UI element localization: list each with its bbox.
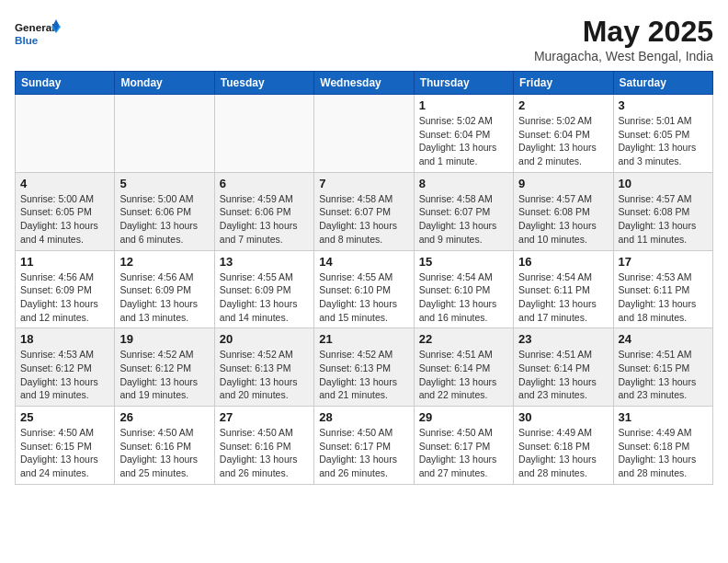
- calendar-cell: 19Sunrise: 4:52 AM Sunset: 6:12 PM Dayli…: [115, 328, 214, 407]
- day-info: Sunrise: 4:51 AM Sunset: 6:15 PM Dayligh…: [619, 348, 708, 402]
- day-info: Sunrise: 4:58 AM Sunset: 6:07 PM Dayligh…: [419, 192, 508, 247]
- day-info: Sunrise: 4:57 AM Sunset: 6:08 PM Dayligh…: [619, 192, 708, 247]
- day-info: Sunrise: 4:52 AM Sunset: 6:13 PM Dayligh…: [319, 348, 408, 402]
- day-info: Sunrise: 5:00 AM Sunset: 6:06 PM Dayligh…: [119, 192, 209, 247]
- calendar-cell: 7Sunrise: 4:58 AM Sunset: 6:07 PM Daylig…: [314, 172, 414, 250]
- calendar-cell: 16Sunrise: 4:54 AM Sunset: 6:11 PM Dayli…: [514, 250, 613, 328]
- day-number: 8: [419, 177, 508, 190]
- calendar-week-row: 25Sunrise: 4:50 AM Sunset: 6:15 PM Dayli…: [16, 407, 713, 485]
- calendar-cell: 24Sunrise: 4:51 AM Sunset: 6:15 PM Dayli…: [613, 328, 712, 407]
- day-info: Sunrise: 4:57 AM Sunset: 6:08 PM Dayligh…: [518, 192, 608, 247]
- day-number: 26: [119, 410, 209, 424]
- calendar-cell: 26Sunrise: 4:50 AM Sunset: 6:16 PM Dayli…: [115, 407, 214, 485]
- calendar-day-header: Tuesday: [214, 72, 313, 95]
- day-info: Sunrise: 4:50 AM Sunset: 6:16 PM Dayligh…: [220, 426, 309, 480]
- calendar-cell: 29Sunrise: 4:50 AM Sunset: 6:17 PM Dayli…: [414, 407, 513, 485]
- day-info: Sunrise: 4:55 AM Sunset: 6:10 PM Dayligh…: [319, 270, 408, 325]
- day-info: Sunrise: 4:50 AM Sunset: 6:16 PM Dayligh…: [119, 426, 209, 480]
- calendar-week-row: 11Sunrise: 4:56 AM Sunset: 6:09 PM Dayli…: [16, 250, 713, 328]
- day-info: Sunrise: 4:52 AM Sunset: 6:13 PM Dayligh…: [220, 348, 309, 402]
- calendar-cell: 6Sunrise: 4:59 AM Sunset: 6:06 PM Daylig…: [214, 172, 313, 250]
- title-block: May 2025 Muragacha, West Bengal, India: [534, 15, 713, 63]
- day-number: 20: [220, 332, 309, 346]
- day-number: 6: [220, 177, 309, 190]
- logo: General Blue: [15, 15, 61, 52]
- calendar-cell: 5Sunrise: 5:00 AM Sunset: 6:06 PM Daylig…: [115, 172, 214, 250]
- calendar-cell: 18Sunrise: 4:53 AM Sunset: 6:12 PM Dayli…: [16, 328, 115, 407]
- day-info: Sunrise: 5:02 AM Sunset: 6:04 PM Dayligh…: [518, 114, 608, 168]
- day-info: Sunrise: 4:56 AM Sunset: 6:09 PM Dayligh…: [20, 270, 109, 325]
- calendar-cell: 25Sunrise: 4:50 AM Sunset: 6:15 PM Dayli…: [16, 407, 115, 485]
- calendar-week-row: 1Sunrise: 5:02 AM Sunset: 6:04 PM Daylig…: [16, 95, 713, 173]
- day-number: 31: [619, 410, 708, 424]
- day-number: 29: [419, 410, 508, 424]
- day-number: 2: [518, 98, 608, 112]
- calendar-cell: 9Sunrise: 4:57 AM Sunset: 6:08 PM Daylig…: [514, 172, 613, 250]
- day-info: Sunrise: 4:53 AM Sunset: 6:11 PM Dayligh…: [619, 270, 708, 325]
- calendar-week-row: 4Sunrise: 5:00 AM Sunset: 6:05 PM Daylig…: [16, 172, 713, 250]
- day-number: 24: [619, 332, 708, 346]
- month-title: May 2025: [534, 15, 713, 49]
- day-number: 27: [220, 410, 309, 424]
- svg-text:General: General: [15, 21, 54, 33]
- calendar-cell: 30Sunrise: 4:49 AM Sunset: 6:18 PM Dayli…: [514, 407, 613, 485]
- calendar-cell: 14Sunrise: 4:55 AM Sunset: 6:10 PM Dayli…: [314, 250, 414, 328]
- day-info: Sunrise: 4:49 AM Sunset: 6:18 PM Dayligh…: [518, 426, 608, 480]
- calendar-cell: 15Sunrise: 4:54 AM Sunset: 6:10 PM Dayli…: [414, 250, 513, 328]
- day-info: Sunrise: 5:00 AM Sunset: 6:05 PM Dayligh…: [20, 192, 109, 247]
- day-info: Sunrise: 4:58 AM Sunset: 6:07 PM Dayligh…: [319, 192, 408, 247]
- day-number: 10: [619, 177, 708, 190]
- day-number: 3: [619, 98, 708, 112]
- calendar-cell: [314, 95, 414, 173]
- calendar-cell: 3Sunrise: 5:01 AM Sunset: 6:05 PM Daylig…: [613, 95, 712, 173]
- location: Muragacha, West Bengal, India: [534, 49, 713, 63]
- day-number: 7: [319, 177, 408, 190]
- day-info: Sunrise: 4:54 AM Sunset: 6:10 PM Dayligh…: [419, 270, 508, 325]
- day-info: Sunrise: 4:54 AM Sunset: 6:11 PM Dayligh…: [518, 270, 608, 325]
- calendar-day-header: Sunday: [16, 72, 115, 95]
- day-info: Sunrise: 4:51 AM Sunset: 6:14 PM Dayligh…: [419, 348, 508, 402]
- calendar-week-row: 18Sunrise: 4:53 AM Sunset: 6:12 PM Dayli…: [16, 328, 713, 407]
- calendar-day-header: Thursday: [414, 72, 513, 95]
- calendar-day-header: Monday: [115, 72, 214, 95]
- day-number: 18: [20, 332, 109, 346]
- calendar-cell: 21Sunrise: 4:52 AM Sunset: 6:13 PM Dayli…: [314, 328, 414, 407]
- day-info: Sunrise: 4:49 AM Sunset: 6:18 PM Dayligh…: [619, 426, 708, 480]
- calendar-cell: 10Sunrise: 4:57 AM Sunset: 6:08 PM Dayli…: [613, 172, 712, 250]
- calendar-day-header: Saturday: [613, 72, 712, 95]
- day-number: 23: [518, 332, 608, 346]
- calendar-cell: 20Sunrise: 4:52 AM Sunset: 6:13 PM Dayli…: [214, 328, 313, 407]
- calendar-cell: 2Sunrise: 5:02 AM Sunset: 6:04 PM Daylig…: [514, 95, 613, 173]
- calendar-header-row: SundayMondayTuesdayWednesdayThursdayFrid…: [16, 72, 713, 95]
- calendar-cell: 4Sunrise: 5:00 AM Sunset: 6:05 PM Daylig…: [16, 172, 115, 250]
- day-number: 19: [119, 332, 209, 346]
- day-info: Sunrise: 4:51 AM Sunset: 6:14 PM Dayligh…: [518, 348, 608, 402]
- day-number: 22: [419, 332, 508, 346]
- calendar-cell: [16, 95, 115, 173]
- calendar-cell: 17Sunrise: 4:53 AM Sunset: 6:11 PM Dayli…: [613, 250, 712, 328]
- day-number: 15: [419, 255, 508, 269]
- day-info: Sunrise: 4:50 AM Sunset: 6:17 PM Dayligh…: [419, 426, 508, 480]
- page-header: General Blue May 2025 Muragacha, West Be…: [15, 15, 713, 63]
- calendar-cell: [115, 95, 214, 173]
- day-info: Sunrise: 4:56 AM Sunset: 6:09 PM Dayligh…: [119, 270, 209, 325]
- day-number: 30: [518, 410, 608, 424]
- day-number: 14: [319, 255, 408, 269]
- day-number: 12: [119, 255, 209, 269]
- calendar-cell: 28Sunrise: 4:50 AM Sunset: 6:17 PM Dayli…: [314, 407, 414, 485]
- day-info: Sunrise: 5:02 AM Sunset: 6:04 PM Dayligh…: [419, 114, 508, 168]
- svg-text:Blue: Blue: [15, 34, 39, 46]
- day-info: Sunrise: 4:59 AM Sunset: 6:06 PM Dayligh…: [220, 192, 309, 247]
- day-number: 1: [419, 98, 508, 112]
- calendar-cell: 1Sunrise: 5:02 AM Sunset: 6:04 PM Daylig…: [414, 95, 513, 173]
- day-number: 5: [119, 177, 209, 190]
- day-number: 11: [20, 255, 109, 269]
- day-number: 25: [20, 410, 109, 424]
- day-number: 9: [518, 177, 608, 190]
- calendar-cell: 31Sunrise: 4:49 AM Sunset: 6:18 PM Dayli…: [613, 407, 712, 485]
- calendar-table: SundayMondayTuesdayWednesdayThursdayFrid…: [15, 71, 713, 485]
- day-info: Sunrise: 4:50 AM Sunset: 6:17 PM Dayligh…: [319, 426, 408, 480]
- day-number: 28: [319, 410, 408, 424]
- day-info: Sunrise: 4:52 AM Sunset: 6:12 PM Dayligh…: [119, 348, 209, 402]
- logo-icon: General Blue: [15, 15, 61, 52]
